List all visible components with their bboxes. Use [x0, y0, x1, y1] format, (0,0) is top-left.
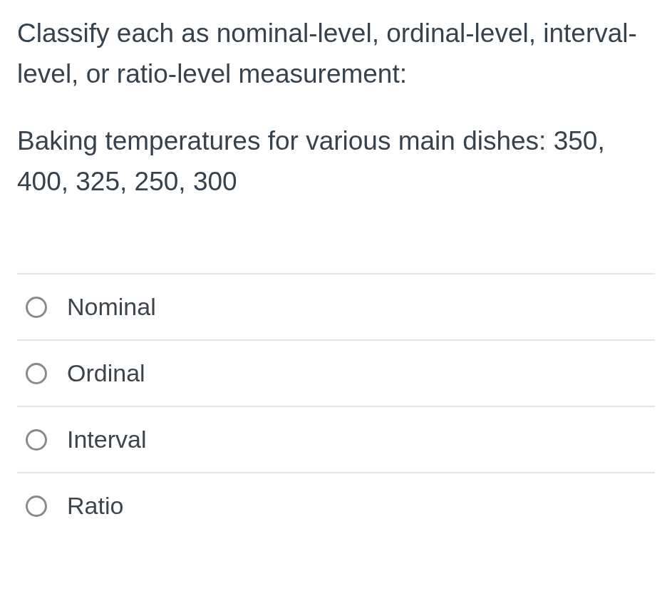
option-ratio[interactable]: Ratio	[17, 472, 655, 538]
option-label: Interval	[67, 426, 147, 453]
option-label: Ratio	[67, 492, 123, 520]
radio-icon	[26, 363, 47, 384]
options-list: Nominal Ordinal Interval Ratio	[17, 273, 655, 538]
option-ordinal[interactable]: Ordinal	[17, 339, 655, 406]
option-label: Nominal	[67, 293, 156, 321]
option-label: Ordinal	[67, 359, 145, 387]
radio-icon	[26, 496, 47, 517]
option-nominal[interactable]: Nominal	[17, 273, 655, 339]
question-container: Classify each as nominal-level, ordinal-…	[0, 0, 672, 538]
option-interval[interactable]: Interval	[17, 406, 655, 472]
question-detail: Baking temperatures for various main dis…	[17, 120, 655, 202]
radio-icon	[26, 297, 47, 318]
radio-icon	[26, 429, 47, 451]
question-prompt: Classify each as nominal-level, ordinal-…	[17, 13, 655, 95]
